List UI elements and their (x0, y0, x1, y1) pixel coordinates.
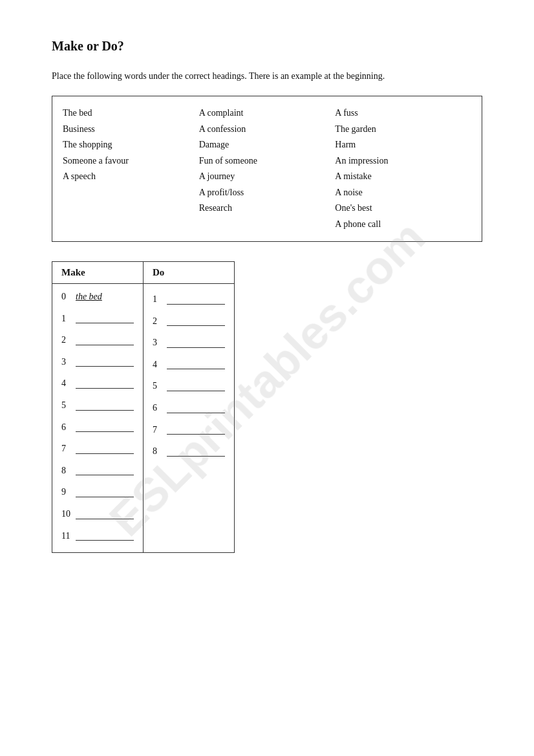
item-example: the bed (76, 290, 102, 303)
item-number: 2 (153, 315, 166, 328)
word-bank-grid: The bedBusinessThe shoppingSomeone a fav… (63, 105, 471, 232)
item-blank-line (76, 410, 134, 411)
item-blank-line (167, 304, 225, 305)
do-item: 2 (153, 315, 225, 328)
item-blank-line (76, 453, 134, 454)
item-blank-line (76, 388, 134, 389)
word-bank-item: A journey (199, 169, 336, 185)
make-item: 9 (61, 486, 134, 499)
item-number: 6 (61, 421, 74, 434)
make-item: 7 (61, 442, 134, 455)
item-blank-line (76, 475, 134, 475)
item-blank-line (76, 497, 134, 497)
item-number: 9 (61, 486, 74, 499)
do-item: 1 (153, 293, 225, 306)
word-bank-item: Someone a favour (63, 153, 199, 169)
word-bank-item: A speech (63, 169, 199, 185)
word-bank-item: A noise (335, 185, 471, 201)
word-bank-col3: A fussThe gardenHarmAn impressionA mista… (335, 105, 471, 232)
item-number: 1 (153, 293, 166, 306)
word-bank-item: An impression (335, 153, 471, 169)
make-item: 4 (61, 377, 134, 390)
item-blank-line (167, 413, 225, 413)
make-item: 10 (61, 508, 134, 521)
word-bank-item: The bed (63, 105, 199, 122)
word-bank-item: A profit/loss (199, 185, 336, 201)
word-bank: The bedBusinessThe shoppingSomeone a fav… (52, 96, 482, 242)
do-item: 8 (153, 445, 225, 458)
make-item: 8 (61, 464, 134, 477)
do-column: 12345678 (144, 284, 235, 553)
item-blank-line (76, 540, 134, 541)
item-number: 3 (61, 356, 74, 369)
make-column: 0the bed1234567891011 (52, 284, 144, 553)
item-number: 7 (61, 442, 74, 455)
do-item: 5 (153, 380, 225, 393)
word-bank-item: A complaint (199, 105, 336, 122)
make-item: 6 (61, 421, 134, 434)
page-title: Make or Do? (52, 39, 482, 54)
make-item: 3 (61, 356, 134, 369)
word-bank-item: Damage (199, 137, 336, 153)
item-blank-line (76, 431, 134, 432)
item-number: 5 (61, 399, 74, 412)
word-bank-item: Business (63, 122, 199, 138)
make-item: 5 (61, 399, 134, 412)
word-bank-item: A fuss (335, 105, 471, 122)
item-number: 11 (61, 530, 74, 543)
make-item: 2 (61, 334, 134, 347)
word-bank-item: Fun of someone (199, 153, 336, 169)
item-number: 4 (61, 377, 74, 390)
item-blank-line (76, 519, 134, 519)
item-number: 10 (61, 508, 74, 521)
item-blank-line (167, 456, 225, 457)
word-bank-item: A phone call (335, 217, 471, 233)
item-blank-line (76, 345, 134, 345)
do-item: 4 (153, 358, 225, 371)
word-bank-item: The garden (335, 122, 471, 138)
item-blank-line (167, 434, 225, 435)
do-item: 3 (153, 336, 225, 349)
do-item: 7 (153, 424, 225, 437)
make-header: Make (52, 262, 144, 284)
item-number: 6 (153, 402, 166, 415)
make-item: 1 (61, 312, 134, 325)
word-bank-item: A confession (199, 122, 336, 138)
item-blank-line (167, 325, 225, 326)
item-number: 3 (153, 336, 166, 349)
item-number: 7 (153, 424, 166, 437)
item-number: 5 (153, 380, 166, 393)
do-item: 6 (153, 402, 225, 415)
item-blank-line (167, 369, 225, 369)
word-bank-col1: The bedBusinessThe shoppingSomeone a fav… (63, 105, 199, 232)
exercise-table: Make Do 0the bed1234567891011 12345678 (52, 261, 235, 553)
item-blank-line (76, 323, 134, 323)
instructions: Place the following words under the corr… (52, 69, 482, 83)
do-header: Do (144, 262, 235, 284)
word-bank-item: One's best (335, 200, 471, 217)
item-number: 8 (61, 464, 74, 477)
word-bank-col2: A complaintA confessionDamageFun of some… (199, 105, 336, 232)
item-number: 1 (61, 312, 74, 325)
item-number: 0 (61, 290, 74, 303)
item-blank-line (167, 347, 225, 348)
item-number: 4 (153, 358, 166, 371)
word-bank-item: Harm (335, 137, 471, 153)
make-item: 11 (61, 530, 134, 543)
item-blank-line (167, 391, 225, 391)
word-bank-item: A mistake (335, 169, 471, 185)
make-item: 0the bed (61, 290, 134, 303)
word-bank-item: The shopping (63, 137, 199, 153)
item-blank-line (76, 366, 134, 367)
item-number: 2 (61, 334, 74, 347)
word-bank-item: Research (199, 200, 336, 217)
item-number: 8 (153, 445, 166, 458)
